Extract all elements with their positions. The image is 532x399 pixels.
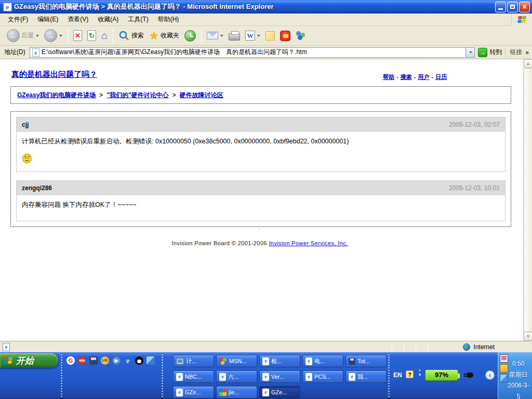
menu-item-file[interactable]: 文件(F)	[3, 14, 33, 25]
top-link-help[interactable]: 帮助	[383, 74, 394, 80]
ie-page-icon: e	[176, 373, 183, 381]
task-button-ie-4[interactable]: e 六...	[216, 370, 257, 383]
menu-item-favorites[interactable]: 收藏(A)	[93, 14, 123, 25]
media-player-icon[interactable]: ▶	[112, 356, 121, 365]
ie-page-icon: e	[219, 373, 226, 381]
search-button[interactable]: 搜索	[116, 29, 147, 43]
links-label[interactable]: 链接	[510, 48, 522, 57]
address-dropdown-button[interactable]	[466, 48, 474, 57]
messenger-icon	[296, 31, 306, 41]
notes-button[interactable]	[263, 30, 277, 42]
ime-help-icon[interactable]: ?	[406, 370, 414, 378]
qq-icon[interactable]	[135, 356, 143, 365]
edit-with-word-button[interactable]: W	[243, 30, 263, 42]
breadcrumb-category[interactable]: "我们的"硬件讨论中心	[107, 91, 168, 100]
page-title-link[interactable]: 真的是机器出问题了吗？	[11, 70, 97, 79]
task-button-ie-3[interactable]: e NBC...	[173, 370, 214, 383]
favorites-button[interactable]: ★ 收藏夹	[147, 29, 182, 42]
ie-icon[interactable]: e	[124, 356, 132, 365]
taskbar-divider-handle[interactable]	[162, 354, 163, 397]
menu-item-help[interactable]: 帮助(H)	[153, 14, 184, 25]
forward-button[interactable]: →	[42, 28, 65, 43]
top-link-calendar[interactable]: 日历	[435, 74, 447, 80]
close-button[interactable]: ×	[519, 2, 530, 12]
red-app-button[interactable]	[277, 30, 293, 42]
power-plug-icon[interactable]	[464, 371, 475, 379]
collapse-tray-button[interactable]: ‹	[485, 370, 495, 380]
task-button-paint-app[interactable]: jie...	[216, 386, 257, 398]
scroll-thumb[interactable]	[524, 68, 532, 332]
forward-icon: →	[44, 29, 57, 42]
taskbar-divider-handle[interactable]	[388, 354, 390, 397]
mail-button[interactable]	[204, 31, 226, 41]
red-app-icon	[280, 31, 290, 41]
print-button[interactable]	[226, 30, 243, 42]
address-input[interactable]	[42, 48, 466, 57]
my-computer-icon	[176, 358, 184, 365]
ie-page-icon: e	[349, 373, 355, 381]
task-label: 电...	[314, 357, 325, 365]
breadcrumb-board[interactable]: 硬件故障讨论区	[180, 91, 223, 100]
task-button-ie-active[interactable]: e GZe...	[259, 386, 300, 398]
battery-indicator[interactable]: 97%	[425, 369, 458, 381]
ie-page-icon: e	[176, 389, 183, 396]
refresh-button[interactable]: ↻	[85, 29, 99, 42]
links-chevron[interactable]: »	[525, 49, 529, 56]
task-button-ie-7[interactable]: e 我...	[345, 370, 387, 383]
history-icon	[184, 30, 196, 42]
sticky-note-icon	[265, 31, 275, 41]
ie-page-icon: e	[305, 373, 312, 381]
language-indicator[interactable]: EN	[393, 371, 402, 379]
top-link-members[interactable]: 用户	[418, 74, 429, 80]
back-dropdown-icon[interactable]	[36, 35, 39, 37]
task-button-my-computer[interactable]: 计...	[173, 355, 214, 367]
mail-dropdown-icon[interactable]	[220, 35, 223, 37]
restore-button[interactable]	[507, 2, 518, 12]
go-button[interactable]: → 转到	[478, 48, 502, 57]
stop-button[interactable]: ✕	[71, 29, 85, 42]
floppy-icon[interactable]	[89, 356, 98, 365]
window-titlebar: e GZeasy我们的电脑硬件讲场 > 真的是机器出问题了吗？ - Micros…	[0, 0, 532, 14]
taskbar-divider-handle[interactable]	[61, 354, 62, 397]
task-button-ie-8[interactable]: e GZe...	[173, 386, 214, 398]
task-button-ie-1[interactable]: e 检...	[259, 355, 300, 367]
task-button-total-commander[interactable]: Tot...	[345, 355, 387, 367]
system-tray: 0:50 星期日 2006-3-5	[498, 352, 532, 399]
post-2: zengqi286 2005-12-03, 10:01 内存兼容问题 换下内存就…	[16, 180, 506, 221]
ultraedit-icon[interactable]: UE	[101, 356, 109, 365]
menu-item-view[interactable]: 查看(V)	[63, 14, 93, 25]
ie-page-icon: e	[262, 389, 269, 396]
flashget-icon[interactable]: G	[66, 356, 75, 365]
links-bar: 链接 »	[505, 48, 529, 57]
vertical-scrollbar[interactable]: ▲ ▼	[523, 59, 532, 341]
input-mode-icon[interactable]: ᵏ▾	[417, 369, 422, 377]
posts-container: cjj 2005-12-03, 02:07 计算机已经从检测错误后重新启动。检测…	[10, 111, 511, 227]
forward-dropdown-icon[interactable]	[59, 35, 62, 37]
browser-viewport: 真的是机器出问题了吗？ 帮助-搜索-用户-日历 GZeasy我们的电脑硬件讲场 …	[0, 59, 532, 341]
messenger-quicklaunch-icon[interactable]	[147, 356, 155, 365]
task-button-msn[interactable]: MSN...	[216, 355, 257, 367]
scroll-down-button[interactable]: ▼	[524, 332, 532, 341]
edit-dropdown-icon[interactable]	[257, 35, 260, 37]
menu-item-edit[interactable]: 编辑(E)	[33, 14, 63, 25]
post-body: 计算机已经从检测错误后重新启动。检测错误: 0x10000050 (0xe38c…	[17, 132, 505, 171]
ibm-icon[interactable]: IBM	[78, 356, 86, 365]
task-button-ie-5[interactable]: e Ver...	[259, 370, 300, 383]
task-button-ie-6[interactable]: e PCS...	[302, 370, 343, 383]
footer-company-link[interactable]: Invision Power Services, Inc.	[269, 240, 348, 246]
history-button[interactable]	[182, 29, 198, 43]
start-button[interactable]: 开始	[0, 353, 58, 368]
task-button-ie-2[interactable]: e 电...	[302, 355, 343, 367]
scroll-up-button[interactable]: ▲	[524, 59, 532, 68]
top-link-search[interactable]: 搜索	[401, 74, 412, 80]
back-button[interactable]: ← 后退	[4, 28, 42, 43]
menu-item-tools[interactable]: 工具(T)	[123, 14, 153, 25]
home-button[interactable]: ⌂	[99, 29, 110, 43]
unsure-emoticon-icon	[22, 153, 32, 164]
minimize-button[interactable]	[495, 2, 506, 12]
task-label: GZe...	[185, 389, 201, 395]
breadcrumb-forum-root[interactable]: GZeasy我们的电脑硬件讲场	[17, 91, 96, 100]
toolbar-separator	[68, 29, 68, 43]
back-label: 后退	[21, 31, 34, 40]
messenger-button[interactable]	[293, 30, 309, 42]
